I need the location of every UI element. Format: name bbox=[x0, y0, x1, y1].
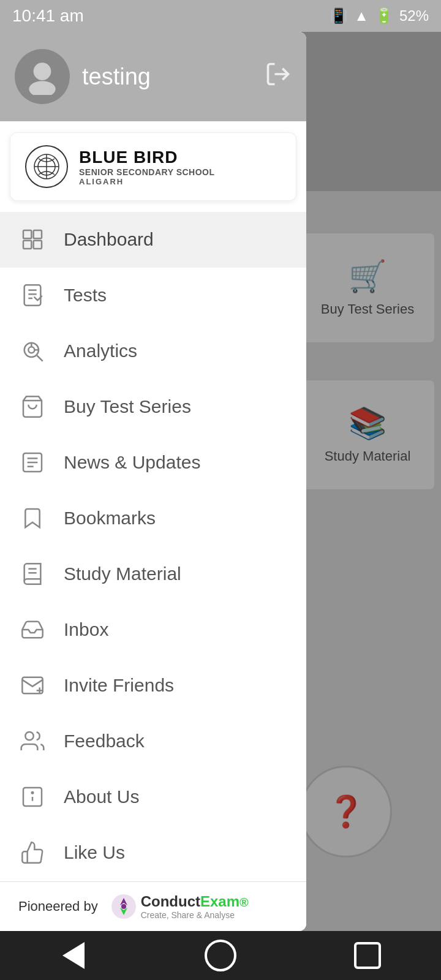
like-icon bbox=[18, 839, 47, 867]
inbox-icon bbox=[18, 616, 47, 644]
navigation-drawer: testing BLUE BIRD SENIOR SECONDARY SCHO bbox=[0, 32, 306, 931]
avatar bbox=[15, 49, 70, 104]
status-bar: 10:41 am 📳 ▲ 🔋 52% bbox=[0, 0, 441, 32]
svg-point-17 bbox=[28, 347, 34, 353]
svg-rect-9 bbox=[23, 241, 31, 249]
brand-card: BLUE BIRD SENIOR SECONDARY SCHOOL ALIGAR… bbox=[10, 132, 296, 201]
like-us-label: Like Us bbox=[64, 842, 125, 863]
back-arrow-icon bbox=[62, 942, 85, 969]
svg-rect-7 bbox=[23, 230, 31, 238]
menu-item-feedback[interactable]: Feedback bbox=[0, 714, 306, 769]
menu-item-analytics[interactable]: Analytics bbox=[0, 323, 306, 379]
conduct-exam-name: ConductExam® bbox=[141, 893, 249, 910]
bookmark-icon bbox=[18, 504, 47, 532]
menu-item-like-us[interactable]: Like Us bbox=[0, 825, 306, 881]
menu-item-about-us[interactable]: About Us bbox=[0, 769, 306, 825]
news-updates-label: News & Updates bbox=[64, 452, 200, 473]
menu-item-tests[interactable]: Tests bbox=[0, 268, 306, 323]
bookmarks-label: Bookmarks bbox=[64, 508, 156, 529]
recents-button[interactable] bbox=[349, 937, 386, 974]
home-button[interactable] bbox=[202, 937, 239, 974]
drawer-footer: Pioneered by ConductExam® Create, Share … bbox=[0, 881, 306, 931]
feedback-label: Feedback bbox=[64, 731, 145, 752]
status-time: 10:41 am bbox=[12, 6, 84, 26]
battery-percent: 52% bbox=[399, 7, 429, 24]
logout-button[interactable] bbox=[265, 61, 292, 93]
menu-item-bookmarks[interactable]: Bookmarks bbox=[0, 491, 306, 546]
recents-square-icon bbox=[354, 942, 381, 969]
brand-name: BLUE BIRD bbox=[79, 148, 215, 167]
invite-friends-label: Invite Friends bbox=[64, 675, 174, 696]
brand-text: BLUE BIRD SENIOR SECONDARY SCHOOL ALIGAR… bbox=[79, 148, 215, 186]
inbox-label: Inbox bbox=[64, 619, 108, 640]
svg-rect-11 bbox=[24, 285, 41, 305]
study-material-label: Study Material bbox=[64, 564, 181, 584]
feedback-icon bbox=[18, 727, 47, 755]
svg-point-30 bbox=[25, 732, 33, 740]
menu-item-buy-test-series[interactable]: Buy Test Series bbox=[0, 379, 306, 435]
status-icons: 📳 ▲ 🔋 52% bbox=[330, 7, 429, 24]
tests-label: Tests bbox=[64, 285, 107, 306]
svg-rect-8 bbox=[34, 230, 42, 238]
cart-icon bbox=[18, 393, 47, 421]
username: testing bbox=[82, 64, 151, 90]
overlay-dim bbox=[300, 32, 441, 931]
study-icon bbox=[18, 560, 47, 588]
pioneered-by-text: Pioneered by bbox=[18, 899, 98, 914]
menu-item-news-updates[interactable]: News & Updates bbox=[0, 435, 306, 491]
back-button[interactable] bbox=[55, 937, 92, 974]
svg-line-16 bbox=[37, 356, 43, 361]
about-us-label: About Us bbox=[64, 786, 139, 807]
conduct-tagline: Create, Share & Analyse bbox=[141, 910, 249, 920]
analytics-icon bbox=[18, 337, 47, 365]
tests-icon bbox=[18, 281, 47, 309]
brand-location: ALIGARH bbox=[79, 177, 215, 186]
svg-point-1 bbox=[29, 81, 55, 95]
brand-logo bbox=[25, 145, 68, 188]
vibrate-icon: 📳 bbox=[330, 7, 348, 24]
buy-test-series-label: Buy Test Series bbox=[64, 396, 191, 417]
home-circle-icon bbox=[205, 940, 236, 971]
user-info: testing bbox=[15, 49, 151, 104]
invite-icon bbox=[18, 671, 47, 699]
svg-rect-10 bbox=[34, 241, 42, 249]
battery-icon: 🔋 bbox=[375, 7, 393, 24]
navigation-bar bbox=[0, 931, 441, 980]
info-icon bbox=[18, 783, 47, 811]
conduct-exam-icon bbox=[110, 893, 137, 920]
news-icon bbox=[18, 448, 47, 477]
conduct-exam-logo: ConductExam® Create, Share & Analyse bbox=[110, 893, 249, 920]
svg-point-35 bbox=[121, 904, 126, 909]
menu-item-inbox[interactable]: Inbox bbox=[0, 602, 306, 658]
analytics-label: Analytics bbox=[64, 341, 137, 361]
dashboard-icon bbox=[18, 225, 47, 254]
menu-item-invite-friends[interactable]: Invite Friends bbox=[0, 658, 306, 714]
dashboard-label: Dashboard bbox=[64, 229, 154, 250]
wifi-icon: ▲ bbox=[354, 7, 369, 24]
menu-item-dashboard[interactable]: Dashboard bbox=[0, 212, 306, 268]
svg-point-0 bbox=[34, 62, 51, 80]
drawer-header: testing bbox=[0, 32, 306, 121]
menu-item-study-material[interactable]: Study Material bbox=[0, 546, 306, 602]
brand-subtitle: SENIOR SECONDARY SCHOOL bbox=[79, 167, 215, 177]
footer-brand: ConductExam® Create, Share & Analyse bbox=[110, 893, 249, 920]
menu-list: Dashboard Tests Analytics Buy Test Serie… bbox=[0, 212, 306, 881]
